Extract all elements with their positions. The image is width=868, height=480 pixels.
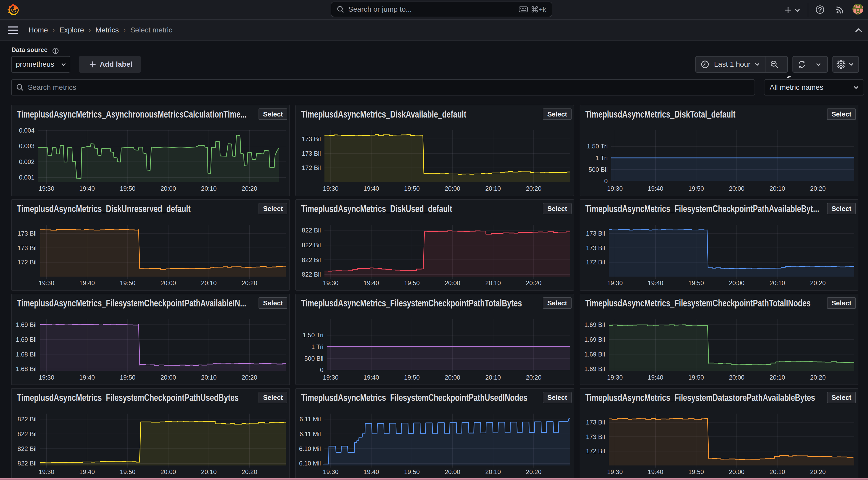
svg-text:20:20: 20:20 <box>242 280 257 286</box>
svg-text:19:50: 19:50 <box>688 468 704 475</box>
svg-text:19:40: 19:40 <box>648 280 663 286</box>
svg-text:19:50: 19:50 <box>404 280 420 286</box>
svg-text:19:30: 19:30 <box>607 280 623 286</box>
svg-text:20:20: 20:20 <box>526 468 541 475</box>
svg-text:1.50 Tri: 1.50 Tri <box>303 331 323 339</box>
svg-text:19:50: 19:50 <box>120 374 135 381</box>
svg-text:173 Bil: 173 Bil <box>302 150 321 157</box>
svg-text:1.69 Bil: 1.69 Bil <box>584 336 605 343</box>
svg-text:20:00: 20:00 <box>729 185 744 192</box>
svg-text:19:40: 19:40 <box>79 374 95 381</box>
svg-text:20:10: 20:10 <box>201 374 217 381</box>
svg-text:20:10: 20:10 <box>770 374 785 381</box>
svg-text:1.68 Bil: 1.68 Bil <box>16 351 37 358</box>
svg-text:20:00: 20:00 <box>729 374 744 381</box>
svg-text:173 Bil: 173 Bil <box>18 230 37 237</box>
svg-text:19:50: 19:50 <box>120 468 135 475</box>
svg-text:19:40: 19:40 <box>363 468 379 475</box>
svg-text:19:30: 19:30 <box>39 468 54 475</box>
svg-text:19:50: 19:50 <box>688 185 704 192</box>
svg-text:6.11 Mil: 6.11 Mil <box>300 416 321 423</box>
svg-text:1.50 Tri: 1.50 Tri <box>587 143 608 150</box>
svg-text:19:30: 19:30 <box>39 185 54 192</box>
svg-text:19:30: 19:30 <box>607 468 623 475</box>
svg-text:20:20: 20:20 <box>810 185 826 192</box>
svg-text:20:20: 20:20 <box>810 468 826 475</box>
svg-text:822 Bil: 822 Bil <box>18 460 37 467</box>
svg-text:0: 0 <box>604 178 608 185</box>
svg-text:19:40: 19:40 <box>363 280 379 286</box>
svg-text:0.004: 0.004 <box>19 127 34 134</box>
svg-text:20:00: 20:00 <box>445 280 460 286</box>
svg-text:1.68 Bil: 1.68 Bil <box>16 365 37 372</box>
svg-text:20:20: 20:20 <box>242 185 257 192</box>
svg-text:20:10: 20:10 <box>486 185 501 192</box>
svg-text:6.10 Mil: 6.10 Mil <box>299 460 321 467</box>
svg-text:822 Bil: 822 Bil <box>18 416 37 423</box>
svg-text:172 Bil: 172 Bil <box>18 259 37 266</box>
svg-text:20:00: 20:00 <box>445 374 460 381</box>
svg-text:19:30: 19:30 <box>39 374 54 381</box>
svg-text:173 Bil: 173 Bil <box>586 419 605 426</box>
svg-text:500 Bil: 500 Bil <box>305 355 323 362</box>
svg-text:19:40: 19:40 <box>648 185 663 192</box>
svg-text:172 Bil: 172 Bil <box>586 259 605 266</box>
svg-text:172 Bil: 172 Bil <box>586 448 605 455</box>
svg-text:173 Bil: 173 Bil <box>302 135 321 142</box>
svg-text:20:10: 20:10 <box>486 374 501 381</box>
svg-text:822 Bil: 822 Bil <box>302 271 321 278</box>
svg-text:1.69 Bil: 1.69 Bil <box>584 321 605 328</box>
svg-text:172 Bil: 172 Bil <box>302 164 321 171</box>
svg-text:0.003: 0.003 <box>19 142 34 150</box>
svg-text:19:50: 19:50 <box>404 468 420 475</box>
svg-text:20:10: 20:10 <box>486 280 501 286</box>
svg-text:19:40: 19:40 <box>79 185 95 192</box>
svg-text:0.002: 0.002 <box>19 158 34 165</box>
svg-text:20:00: 20:00 <box>729 468 744 475</box>
svg-text:19:40: 19:40 <box>363 374 379 381</box>
svg-text:1.69 Bil: 1.69 Bil <box>584 351 605 358</box>
svg-text:19:50: 19:50 <box>404 374 420 381</box>
svg-text:173 Bil: 173 Bil <box>586 245 605 251</box>
svg-text:19:50: 19:50 <box>688 280 704 286</box>
svg-text:822 Bil: 822 Bil <box>302 227 321 234</box>
svg-text:19:30: 19:30 <box>607 374 623 381</box>
svg-text:19:30: 19:30 <box>607 185 623 192</box>
svg-text:19:50: 19:50 <box>688 374 704 381</box>
svg-text:19:30: 19:30 <box>323 280 339 286</box>
svg-text:1 Tri: 1 Tri <box>595 154 608 161</box>
svg-text:20:00: 20:00 <box>729 280 744 286</box>
svg-text:173 Bil: 173 Bil <box>18 245 37 251</box>
svg-text:0.001: 0.001 <box>19 174 34 181</box>
svg-text:19:40: 19:40 <box>79 468 95 475</box>
svg-text:20:20: 20:20 <box>810 280 826 286</box>
svg-text:20:10: 20:10 <box>770 280 785 286</box>
svg-text:19:40: 19:40 <box>79 280 95 286</box>
svg-text:1.69 Bil: 1.69 Bil <box>16 336 37 343</box>
svg-text:20:20: 20:20 <box>526 374 541 381</box>
svg-text:20:00: 20:00 <box>445 185 460 192</box>
svg-text:20:20: 20:20 <box>242 374 257 381</box>
svg-text:19:40: 19:40 <box>648 374 663 381</box>
svg-text:500 Bil: 500 Bil <box>589 166 608 173</box>
svg-text:20:20: 20:20 <box>242 468 257 475</box>
svg-text:20:00: 20:00 <box>160 280 176 286</box>
svg-text:20:20: 20:20 <box>810 374 826 381</box>
svg-text:20:10: 20:10 <box>486 468 501 475</box>
svg-text:20:20: 20:20 <box>526 185 541 192</box>
svg-text:822 Bil: 822 Bil <box>302 256 321 263</box>
svg-text:19:40: 19:40 <box>648 468 663 475</box>
svg-text:20:10: 20:10 <box>770 185 785 192</box>
svg-text:19:30: 19:30 <box>39 280 54 286</box>
svg-text:19:50: 19:50 <box>120 280 135 286</box>
svg-text:19:40: 19:40 <box>363 185 379 192</box>
svg-text:1.69 Bil: 1.69 Bil <box>16 321 37 328</box>
svg-text:822 Bil: 822 Bil <box>302 242 321 249</box>
svg-text:20:20: 20:20 <box>526 280 541 286</box>
svg-text:19:50: 19:50 <box>120 185 135 192</box>
svg-text:1 Tri: 1 Tri <box>311 343 323 350</box>
svg-text:19:30: 19:30 <box>323 374 339 381</box>
svg-text:6.10 Mil: 6.10 Mil <box>299 445 321 452</box>
svg-text:822 Bil: 822 Bil <box>18 445 37 452</box>
svg-text:20:10: 20:10 <box>201 468 217 475</box>
